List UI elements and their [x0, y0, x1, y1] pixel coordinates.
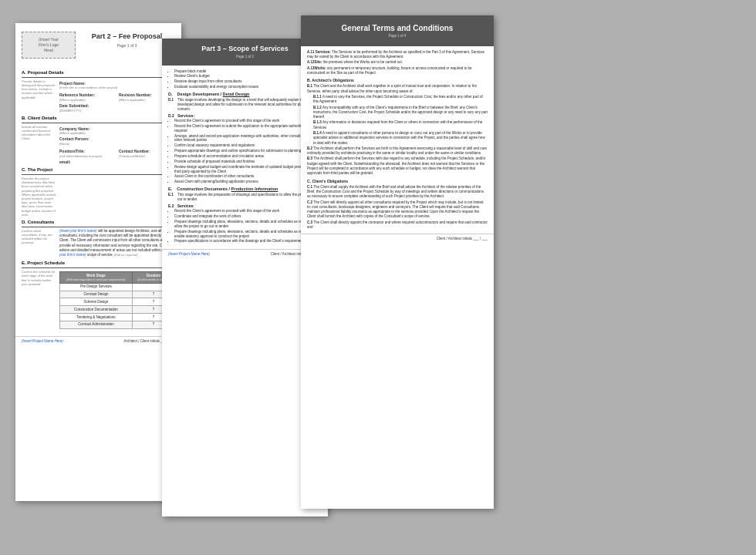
- terms-title: General Terms and Conditions: [305, 23, 490, 33]
- terms-a13: A.13Works: any permanent or temporary st…: [307, 66, 488, 76]
- stage-concept: Concept Design: [60, 291, 133, 298]
- position-sub: (Job title/relationship to project): [59, 154, 116, 158]
- scope-d1: D.1 This stage involves developing the d…: [168, 98, 322, 112]
- d-end-text: scope of service.: [87, 253, 114, 257]
- table-row: Contract Administration ?: [60, 321, 175, 328]
- d-firm-name-link1: (Insert your firm's name): [59, 229, 97, 233]
- email-label: email:: [59, 160, 175, 165]
- list-item: Record the Client's agreement to submit …: [174, 124, 322, 133]
- table-row: Concept Design ?: [60, 291, 175, 298]
- project-name-sub: (Insert title or cover address of the pr…: [59, 86, 175, 89]
- terms-footer-right: Client / Architect initials ___ / ___: [437, 237, 488, 241]
- list-item: Record the Client's agreement to proceed…: [174, 209, 322, 214]
- list-item: Provide schedule of proposed materials a…: [174, 160, 322, 164]
- terms-c1: C.1 The Client shall supply the Architec…: [307, 185, 488, 200]
- terms-c2: C.2 The Client will directly appoint all…: [307, 200, 488, 220]
- contact-sub: (Name): [59, 142, 175, 146]
- reference-sub: (Where applicable): [59, 98, 116, 102]
- scope-e2-heading: E.2 Services:: [168, 204, 322, 209]
- list-item: Assist Client in the coordination of oth…: [174, 174, 322, 179]
- section-d-heading: D. Consultants: [22, 220, 175, 227]
- logo-placeholder: (Insert Your Firm's Logo Here): [22, 32, 76, 59]
- scope-section-d-heading: D. Design Development / Detail Design: [168, 92, 322, 97]
- terms-header: General Terms and Conditions Page 1 of 4: [301, 15, 494, 46]
- stage-contract: Contract Administration: [60, 321, 133, 328]
- list-item: Confirm local statutory requirements and…: [174, 143, 322, 148]
- d-edit-note: (Edit as required): [114, 253, 138, 257]
- section-b-note: Include all relevant contact and busines…: [22, 125, 56, 141]
- fee-proposal-title: Part 2 – Fee Proposal: [79, 32, 175, 42]
- schedule-col1-header: Work Stage (Edit work stage titles to me…: [60, 272, 133, 283]
- table-row: Tendering & Negotiations ?: [60, 314, 175, 321]
- section-c-note: Describe the project characteristics tha…: [22, 177, 56, 217]
- section-b-heading: B. Client Details: [22, 116, 175, 123]
- scope-section-e-heading: E. Construction Documents / Production I…: [168, 187, 322, 192]
- stage-scheme: Scheme Design: [60, 298, 133, 306]
- terms-b-heading: B. Architect's Obligations: [307, 78, 488, 83]
- terms-b1-1: B.1.1 A need to vary the Services, the P…: [307, 95, 488, 105]
- list-item: Prepare schedule of accommodation and ci…: [174, 154, 322, 159]
- scope-footer-link: (Insert Project Name Here): [168, 252, 210, 257]
- section-e-heading: E. Project Schedule: [22, 261, 175, 268]
- list-item: Receive design input from other consulta…: [174, 79, 322, 84]
- scope-d2-services: Record the Client's agreement to proceed…: [168, 119, 322, 184]
- list-item: Review Client's budget: [174, 74, 322, 79]
- terms-b2: B.2 The Architect shall perform the Serv…: [307, 146, 488, 156]
- terms-c-heading: C. Client's Obligations: [307, 179, 488, 184]
- fee-proposal-page-info: Page 1 of 3: [79, 43, 175, 49]
- table-row: Pre Design Services: [60, 283, 175, 291]
- stage-pre-design: Pre Design Services: [60, 283, 133, 291]
- list-item: Prepare drawings including plans, elevat…: [174, 230, 322, 239]
- list-item: Prepare block model: [174, 69, 322, 74]
- table-row: Construction Documentation ?: [60, 306, 175, 314]
- terms-page-info: Page 1 of 4: [305, 34, 490, 39]
- list-item: Review design against budget and coordin…: [174, 165, 322, 174]
- list-item: Coordinate and integrate the work of oth…: [174, 214, 322, 219]
- schedule-table: Work Stage (Edit work stage titles to me…: [59, 271, 175, 328]
- list-item: Evaluate sustainability and energy consu…: [174, 85, 322, 89]
- list-item: Assist Client with planning/building app…: [174, 180, 322, 184]
- fee-proposal-page: (Insert Your Firm's Logo Here) Part 2 – …: [15, 23, 181, 501]
- section-c-heading: C. The Project: [22, 167, 175, 175]
- section-d-note: Confirm which consultants, if any, are i…: [22, 229, 56, 245]
- list-item: Arrange, attend and record pre-applicati…: [174, 134, 322, 143]
- section-a-heading: A. Proposal Details: [22, 70, 175, 78]
- terms-b1-4: B.1.4 A need to appoint consultants or o…: [307, 131, 488, 146]
- date-sub: (DD/MM/YYYY): [59, 109, 175, 113]
- section-e-note: Confirm the schedule for each stage of t…: [22, 270, 56, 286]
- fee-footer-link: (Insert Project Name Here): [22, 339, 63, 344]
- list-item: Prepare specifications in accordance wit…: [174, 239, 322, 244]
- stage-construction-docs: Construction Documentation: [60, 306, 133, 314]
- terms-b3: B.3 The Architect shall perform the Serv…: [307, 156, 488, 176]
- scope-e2-services: Record the Client's agreement to proceed…: [168, 209, 322, 244]
- terms-b1-2: B.1.2 Any incompatibility with any of th…: [307, 106, 488, 120]
- company-sub: (Where applicable): [59, 131, 175, 135]
- list-item: Record the Client's agreement to proceed…: [174, 119, 322, 123]
- terms-b1: B.1 The Client and the Architect shall w…: [307, 84, 488, 94]
- stage-tendering: Tendering & Negotiations: [60, 314, 133, 321]
- scope-d2-heading: D.2 Services:: [168, 113, 322, 119]
- scope-e1: E.1 This stage involves the preparation …: [168, 193, 322, 202]
- terms-c3: C.3 The Client shall directly appoint th…: [307, 220, 488, 230]
- terms-a12: A.12Site: the premises where the Works a…: [307, 60, 488, 65]
- scope-intro-bullets: Prepare block model Review Client's budg…: [168, 69, 322, 89]
- terms-b1-3: B.1.3 Any information or decisions requi…: [307, 120, 488, 130]
- section-a-note: Provide details to distinguish this prop…: [22, 79, 56, 99]
- terms-page: General Terms and Conditions Page 1 of 4…: [301, 15, 494, 509]
- list-item: Prepare appropriate drawings and outline…: [174, 149, 322, 153]
- terms-a11: A.11 Services: The Services to be perfor…: [307, 50, 488, 60]
- list-item: Prepare drawings including plans, elevat…: [174, 220, 322, 229]
- table-row: Scheme Design ?: [60, 298, 175, 306]
